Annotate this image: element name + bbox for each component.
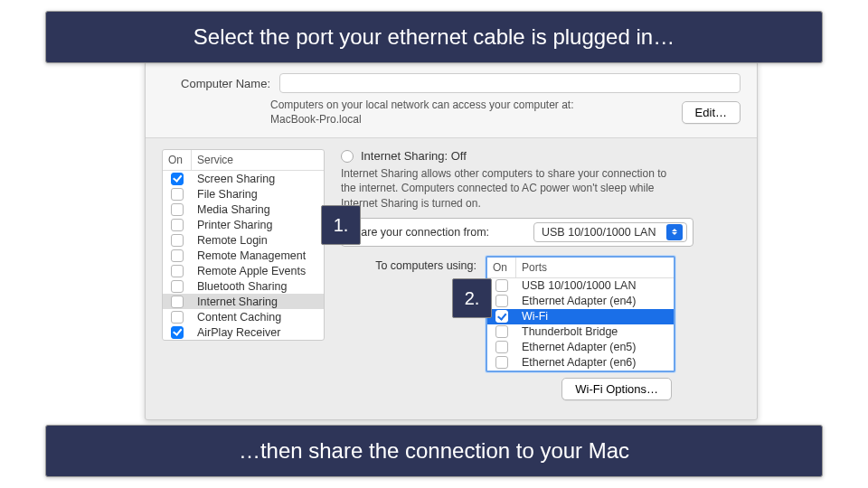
computer-name-section: Computer Name: Computers on your local n… [146, 62, 757, 138]
port-checkbox[interactable] [495, 341, 508, 353]
share-from-select[interactable]: USB 10/100/1000 LAN [533, 222, 687, 242]
service-checkbox[interactable] [171, 234, 184, 247]
instruction-banner-top: Select the port your ethernet cable is p… [45, 11, 823, 63]
to-computers-label: To computers using: [341, 256, 476, 272]
service-label: Remote Management [192, 249, 324, 262]
service-checkbox[interactable] [171, 219, 184, 231]
port-row[interactable]: Thunderbolt Bridge [487, 324, 674, 340]
internet-sharing-description: Internet Sharing allows other computers … [341, 166, 684, 211]
port-row[interactable]: Wi-Fi [487, 309, 674, 324]
service-list[interactable]: On Service Screen SharingFile SharingMed… [162, 149, 325, 341]
service-row[interactable]: Internet Sharing [163, 294, 324, 309]
port-label: Ethernet Adapter (en4) [516, 295, 674, 307]
port-checkbox[interactable] [495, 310, 508, 323]
local-access-text: Computers on your local network can acce… [270, 99, 573, 127]
port-row[interactable]: Ethernet Adapter (en6) [487, 355, 674, 371]
service-checkbox[interactable] [171, 173, 184, 185]
service-checkbox[interactable] [171, 326, 184, 339]
status-radio-icon [341, 150, 354, 163]
service-row[interactable]: Content Caching [163, 309, 324, 324]
service-row[interactable]: Printer Sharing [163, 217, 324, 232]
callout-2: 2. [452, 278, 492, 318]
share-from-value: USB 10/100/1000 LAN [542, 226, 656, 239]
port-label: Ethernet Adapter (en6) [516, 356, 674, 369]
port-checkbox[interactable] [495, 356, 508, 369]
service-label: Remote Apple Events [192, 265, 324, 277]
ports-list[interactable]: On Ports USB 10/100/1000 LANEthernet Ada… [486, 256, 675, 372]
port-row[interactable]: Ethernet Adapter (en5) [487, 340, 674, 355]
wifi-options-button[interactable]: Wi-Fi Options… [561, 378, 672, 400]
service-row[interactable]: Screen Sharing [163, 171, 324, 186]
port-checkbox[interactable] [495, 295, 508, 307]
port-row[interactable]: Ethernet Adapter (en4) [487, 294, 674, 309]
internet-sharing-status: Internet Sharing: Off [361, 149, 467, 163]
share-from-label: Share your connection from: [347, 226, 489, 239]
service-row[interactable]: Remote Apple Events [163, 263, 324, 278]
instruction-banner-bottom: …then share the connection to your Mac [45, 425, 823, 477]
service-label: File Sharing [192, 188, 324, 201]
callout-1: 1. [321, 205, 361, 245]
port-label: Ethernet Adapter (en5) [516, 341, 674, 353]
service-checkbox[interactable] [171, 249, 184, 262]
computer-name-input[interactable] [279, 73, 741, 93]
service-checkbox[interactable] [171, 311, 184, 324]
service-row[interactable]: File Sharing [163, 186, 324, 202]
service-checkbox[interactable] [171, 188, 184, 201]
port-label: Thunderbolt Bridge [516, 325, 674, 338]
service-checkbox[interactable] [171, 280, 184, 293]
service-row[interactable]: Bluetooth Sharing [163, 278, 324, 294]
service-row[interactable]: Media Sharing [163, 202, 324, 217]
chevron-updown-icon [666, 224, 683, 240]
service-row[interactable]: Remote Management [163, 248, 324, 263]
share-from-row: Share your connection from: USB 10/100/1… [341, 218, 693, 247]
service-label: Media Sharing [192, 203, 324, 216]
internet-sharing-detail: Internet Sharing: Off Internet Sharing a… [341, 149, 741, 400]
service-label: Content Caching [192, 311, 324, 324]
service-label: Screen Sharing [192, 173, 324, 185]
port-row[interactable]: USB 10/100/1000 LAN [487, 278, 674, 294]
service-checkbox[interactable] [171, 265, 184, 277]
service-checkbox[interactable] [171, 296, 184, 308]
sharing-preferences-panel: Computer Name: Computers on your local n… [145, 61, 758, 420]
service-row[interactable]: AirPlay Receiver [163, 324, 324, 340]
port-checkbox[interactable] [495, 325, 508, 338]
service-checkbox[interactable] [171, 203, 184, 216]
service-label: Printer Sharing [192, 219, 324, 231]
service-label: Internet Sharing [192, 296, 324, 308]
port-checkbox[interactable] [495, 279, 508, 292]
port-label: Wi-Fi [516, 310, 674, 323]
ports-list-header: On Ports [487, 258, 674, 278]
service-list-header: On Service [163, 150, 324, 171]
port-label: USB 10/100/1000 LAN [516, 279, 674, 292]
service-label: Remote Login [192, 234, 324, 247]
service-row[interactable]: Remote Login [163, 232, 324, 248]
service-label: Bluetooth Sharing [192, 280, 324, 293]
computer-name-label: Computer Name: [162, 77, 270, 90]
edit-button[interactable]: Edit… [682, 101, 741, 124]
service-label: AirPlay Receiver [192, 326, 324, 339]
